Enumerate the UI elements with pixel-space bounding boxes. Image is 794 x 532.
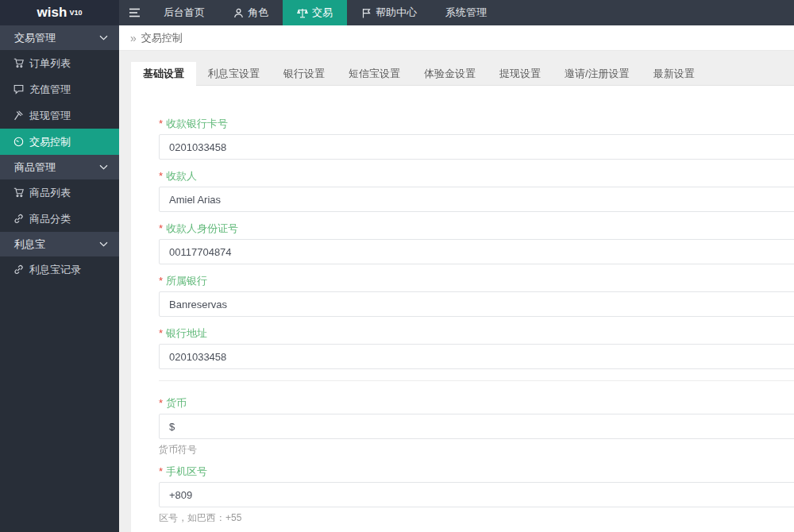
sidebar-group-product-management[interactable]: 商品管理	[0, 155, 119, 179]
scales-icon	[297, 8, 308, 18]
topbar: wish V10 后台首页 角色 交易 帮助中心	[0, 0, 794, 25]
tab-interest-settings[interactable]: 利息宝设置	[196, 62, 272, 85]
dashboard-icon	[13, 137, 24, 147]
sidebar: 交易管理 订单列表 充值管理 提现管理 交易控制 商品管理	[0, 25, 119, 532]
field-label: 收款银行卡号	[166, 118, 228, 129]
flag-icon	[361, 8, 372, 18]
field-label: 银行地址	[166, 327, 207, 339]
topnav-label: 角色	[248, 6, 268, 20]
sidebar-item-interest-records[interactable]: 利息宝记录	[0, 256, 119, 283]
sidebar-group-label: 商品管理	[14, 160, 56, 175]
field-bank-address: *银行地址	[159, 327, 794, 369]
topnav-item-help-center[interactable]: 帮助中心	[347, 0, 431, 25]
main-content: » 交易控制 基础设置 利息宝设置 银行设置 短信宝设置 体验金设置 提现设置 …	[119, 25, 794, 532]
required-marker: *	[159, 275, 163, 287]
topnav-item-trade[interactable]: 交易	[283, 0, 347, 25]
sidebar-item-label: 商品列表	[29, 186, 71, 200]
chevron-down-icon	[99, 241, 108, 247]
field-label: 收款人	[166, 170, 197, 182]
page-body: 基础设置 利息宝设置 银行设置 短信宝设置 体验金设置 提现设置 邀请/注册设置…	[119, 51, 794, 532]
logo-version: V10	[69, 9, 82, 17]
tab-latest-settings[interactable]: 最新设置	[642, 62, 707, 85]
settings-tabs: 基础设置 利息宝设置 银行设置 短信宝设置 体验金设置 提现设置 邀请/注册设置…	[131, 62, 794, 86]
comment-icon	[13, 84, 24, 94]
field-label: 所属银行	[166, 275, 207, 287]
top-navigation: 后台首页 角色 交易 帮助中心 系统管理	[149, 0, 501, 25]
phone-area-code-input[interactable]	[159, 482, 794, 507]
topnav-label: 后台首页	[164, 6, 205, 20]
sidebar-item-product-category[interactable]: 商品分类	[0, 206, 119, 232]
sidebar-item-label: 利息宝记录	[29, 263, 81, 277]
topnav-label: 系统管理	[445, 6, 487, 20]
required-marker: *	[159, 465, 163, 477]
sidebar-item-trade-control[interactable]: 交易控制	[0, 129, 119, 155]
sidebar-item-label: 充值管理	[29, 83, 71, 97]
sidebar-group-label: 交易管理	[14, 31, 56, 45]
breadcrumb-separator-icon: »	[130, 32, 137, 44]
sidebar-item-label: 提现管理	[29, 109, 71, 123]
required-marker: *	[159, 327, 163, 339]
breadcrumb: » 交易控制	[119, 25, 794, 51]
topnav-item-system[interactable]: 系统管理	[431, 0, 501, 25]
field-payee-bank-card-number: *收款银行卡号	[159, 118, 794, 160]
sidebar-group-interest-treasure[interactable]: 利息宝	[0, 232, 119, 256]
tab-sms-settings[interactable]: 短信宝设置	[337, 62, 412, 85]
tab-bank-settings[interactable]: 银行设置	[272, 62, 337, 85]
required-marker: *	[159, 170, 163, 182]
person-icon	[233, 8, 244, 18]
sidebar-item-label: 商品分类	[29, 212, 71, 226]
section-divider	[159, 380, 794, 381]
tab-trial-bonus-settings[interactable]: 体验金设置	[412, 62, 488, 85]
sidebar-item-order-list[interactable]: 订单列表	[0, 50, 119, 76]
topnav-item-home[interactable]: 后台首页	[149, 0, 219, 25]
sidebar-item-label: 交易控制	[29, 135, 71, 149]
payee-id-number-input[interactable]	[159, 239, 794, 264]
logo-text: wish	[37, 5, 67, 21]
link-icon	[13, 264, 24, 275]
bank-address-input[interactable]	[159, 344, 794, 369]
sidebar-collapse-button[interactable]	[119, 0, 149, 25]
cart-icon	[13, 187, 24, 198]
payee-bank-card-number-input[interactable]	[159, 134, 794, 160]
sidebar-group-label: 利息宝	[14, 237, 45, 252]
basic-settings-form: *收款银行卡号 *收款人 *收款人身份证号 *所属银行 *银行地址	[131, 86, 794, 532]
field-currency: *货币 货币符号	[159, 397, 794, 455]
topnav-label: 帮助中心	[376, 6, 417, 20]
topnav-item-roles[interactable]: 角色	[219, 0, 283, 25]
chevron-down-icon	[99, 35, 108, 40]
sidebar-item-label: 订单列表	[29, 56, 71, 71]
required-marker: *	[159, 222, 163, 234]
sidebar-item-recharge-management[interactable]: 充值管理	[0, 76, 119, 102]
required-marker: *	[159, 118, 163, 129]
page-title: 交易控制	[141, 31, 183, 45]
field-label: 货币	[166, 397, 187, 409]
gavel-icon	[13, 110, 24, 121]
hamburger-icon	[129, 8, 141, 17]
field-bank-name: *所属银行	[159, 275, 794, 317]
field-payee-name: *收款人	[159, 170, 794, 212]
payee-name-input[interactable]	[159, 187, 794, 212]
field-payee-id-number: *收款人身份证号	[159, 222, 794, 264]
chevron-down-icon	[99, 164, 108, 170]
sidebar-item-product-list[interactable]: 商品列表	[0, 179, 119, 206]
link-icon	[13, 214, 24, 224]
app-logo: wish V10	[0, 0, 119, 25]
sidebar-item-withdraw-management[interactable]: 提现管理	[0, 102, 119, 129]
field-hint: 货币符号	[159, 444, 794, 455]
settings-card: 基础设置 利息宝设置 银行设置 短信宝设置 体验金设置 提现设置 邀请/注册设置…	[131, 62, 794, 532]
tab-basic-settings[interactable]: 基础设置	[131, 62, 196, 86]
field-phone-area-code: *手机区号 区号，如巴西：+55	[159, 465, 794, 523]
field-label: 收款人身份证号	[166, 222, 238, 234]
bank-name-input[interactable]	[159, 291, 794, 317]
tab-withdraw-settings[interactable]: 提现设置	[488, 62, 553, 85]
tab-invite-register-settings[interactable]: 邀请/注册设置	[553, 62, 642, 85]
currency-input[interactable]	[159, 414, 794, 439]
required-marker: *	[159, 397, 163, 409]
sidebar-group-trade-management[interactable]: 交易管理	[0, 25, 119, 50]
cart-icon	[13, 58, 24, 68]
field-hint: 区号，如巴西：+55	[159, 512, 794, 523]
field-label: 手机区号	[166, 465, 207, 477]
topnav-label: 交易	[312, 6, 333, 20]
